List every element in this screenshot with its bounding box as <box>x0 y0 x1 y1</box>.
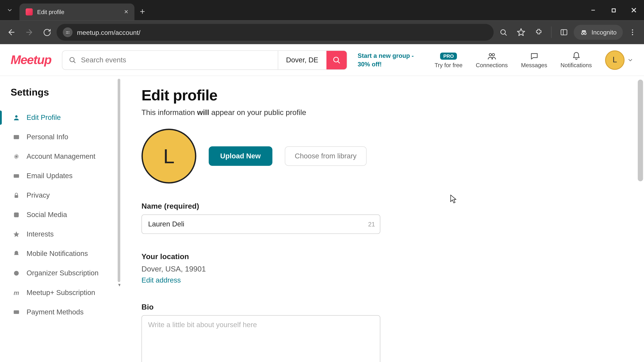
try-for-free-link[interactable]: PRO Try for free <box>434 51 462 68</box>
sidebar-item-label: Interests <box>26 230 54 238</box>
sidebar-item-email-updates[interactable]: Email Updates <box>10 166 120 186</box>
tab-title: Edit profile <box>37 8 64 15</box>
sidebar-item-label: Social Media <box>26 211 67 219</box>
svg-point-19 <box>632 32 633 33</box>
sidebar-item-label: Edit Profile <box>26 114 61 121</box>
location-value: Dover, USA, 19901 <box>142 265 380 274</box>
avatar-small: L <box>605 50 624 69</box>
chevron-down-icon <box>627 57 634 63</box>
mouse-cursor-icon <box>450 194 456 205</box>
sidebar-item-social-media[interactable]: Social Media <box>10 205 120 225</box>
sidebar-item-label: Meetup+ Subscription <box>26 289 95 297</box>
scroll-down-icon[interactable]: ▼ <box>117 282 120 287</box>
svg-marker-33 <box>14 231 19 237</box>
new-tab-button[interactable]: + <box>134 3 150 20</box>
bio-textarea[interactable] <box>142 315 380 362</box>
svg-rect-32 <box>14 213 19 217</box>
search-location-input[interactable]: Dover, DE <box>278 51 326 69</box>
name-char-counter: 21 <box>368 221 375 228</box>
svg-point-9 <box>69 33 69 33</box>
window-minimize-button[interactable] <box>583 0 603 20</box>
profile-photo-row: L Upload New Choose from library <box>142 129 623 183</box>
search-placeholder: Search events <box>81 56 126 64</box>
nav-reload-button[interactable] <box>39 24 55 40</box>
svg-rect-28 <box>14 135 19 139</box>
tab-favicon-icon <box>26 8 33 15</box>
location-field: Your location Dover, USA, 19901 Edit add… <box>142 252 380 284</box>
browser-toolbar: meetup.com/account/ Incognito <box>0 20 644 44</box>
sidebar-item-interests[interactable]: Interests <box>10 225 120 244</box>
settings-sidebar: Settings Edit Profile Personal Info Acco… <box>0 76 120 362</box>
incognito-indicator[interactable]: Incognito <box>574 25 623 40</box>
side-panel-button[interactable] <box>556 24 572 40</box>
extensions-button[interactable] <box>531 24 547 40</box>
svg-rect-13 <box>561 30 567 35</box>
profile-avatar[interactable]: L <box>142 129 196 183</box>
gear-icon <box>12 152 20 160</box>
m-plus-icon: m <box>12 289 20 297</box>
profile-menu-button[interactable]: L <box>605 50 634 69</box>
browser-tab[interactable]: Edit profile × <box>20 3 134 20</box>
tab-search-button[interactable] <box>0 0 20 20</box>
share-icon <box>12 211 20 219</box>
nav-forward-button[interactable] <box>21 24 37 40</box>
nav-label: Messages <box>521 62 547 68</box>
nav-label: Notifications <box>560 62 592 68</box>
search-submit-button[interactable] <box>326 50 346 69</box>
messages-link[interactable]: Messages <box>521 51 547 68</box>
page-body: Settings Edit Profile Personal Info Acco… <box>0 76 644 362</box>
location-label: Your location <box>142 252 380 261</box>
notifications-link[interactable]: Notifications <box>560 51 592 68</box>
bio-field: Bio <box>142 303 380 362</box>
svg-rect-1 <box>612 8 615 12</box>
sidebar-item-label: Mobile Notifications <box>26 250 88 258</box>
svg-point-26 <box>492 53 494 56</box>
id-card-icon <box>12 133 20 141</box>
sidebar-item-account-management[interactable]: Account Management <box>10 147 120 166</box>
search-icon <box>332 55 341 64</box>
sidebar-item-edit-profile[interactable]: Edit Profile <box>10 108 120 127</box>
sidebar-item-organizer-subscription[interactable]: Organizer Subscription <box>10 264 120 283</box>
name-input[interactable] <box>142 214 380 234</box>
nav-back-button[interactable] <box>4 24 20 40</box>
page-subtitle: This information will appear on your pub… <box>142 108 623 117</box>
sidebar-item-mobile-notifications[interactable]: Mobile Notifications <box>10 244 120 264</box>
svg-rect-35 <box>14 310 19 314</box>
choose-from-library-button[interactable]: Choose from library <box>284 146 367 166</box>
svg-line-24 <box>338 61 340 63</box>
tab-close-button[interactable]: × <box>124 8 128 16</box>
messages-icon <box>529 51 539 60</box>
bell-icon <box>12 250 20 258</box>
sidebar-item-privacy[interactable]: Privacy <box>10 186 120 205</box>
meetup-logo[interactable]: Meetup <box>10 53 51 67</box>
window-close-button[interactable] <box>624 0 644 20</box>
bell-icon <box>572 51 580 60</box>
search-events-input[interactable]: Search events <box>62 56 278 64</box>
svg-point-18 <box>632 29 633 30</box>
address-bar[interactable]: meetup.com/account/ <box>57 24 494 40</box>
browser-menu-button[interactable] <box>624 24 640 40</box>
sidebar-item-label: Account Management <box>26 152 96 160</box>
sidebar-item-meetup-plus-subscription[interactable]: m Meetup+ Subscription <box>10 283 120 302</box>
sidebar-item-payment-methods[interactable]: Payment Methods <box>10 302 120 322</box>
window-maximize-button[interactable] <box>603 0 624 20</box>
bookmark-button[interactable] <box>513 24 529 40</box>
svg-point-34 <box>14 271 19 276</box>
svg-marker-12 <box>518 29 525 36</box>
start-group-promo-link[interactable]: Start a new group - 30% off! <box>358 52 424 68</box>
connections-link[interactable]: Connections <box>476 51 508 68</box>
sidebar-item-personal-info[interactable]: Personal Info <box>10 127 120 147</box>
site-info-button[interactable] <box>63 27 72 37</box>
event-search-bar: Search events Dover, DE <box>62 50 347 69</box>
nav-label: Try for free <box>434 62 462 68</box>
svg-point-27 <box>15 115 18 117</box>
main-content: Edit profile This information will appea… <box>120 76 644 362</box>
incognito-icon <box>580 28 588 36</box>
pro-badge: PRO <box>440 52 457 59</box>
upload-new-button[interactable]: Upload New <box>209 146 272 166</box>
edit-address-link[interactable]: Edit address <box>142 276 181 284</box>
page-scrollbar[interactable] <box>638 80 643 181</box>
sidebar-scrollbar[interactable]: ▲ ▼ <box>118 79 120 282</box>
svg-rect-31 <box>14 195 18 198</box>
zoom-search-icon[interactable] <box>496 24 511 40</box>
